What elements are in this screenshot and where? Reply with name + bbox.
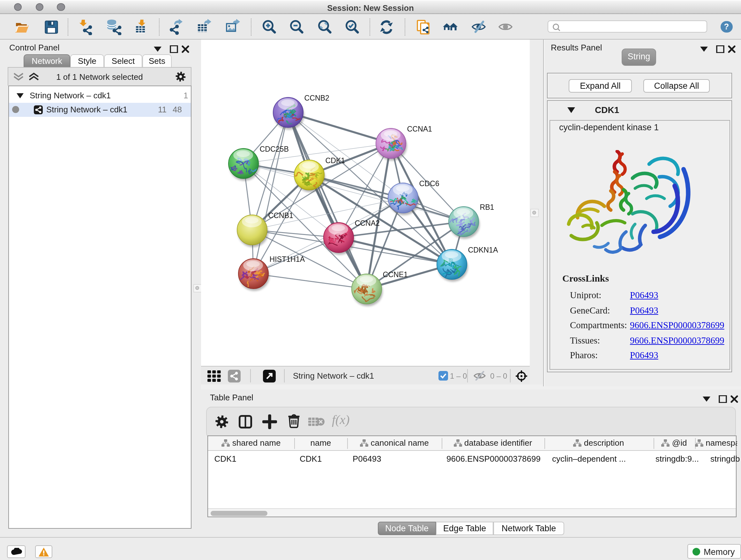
svg-text:CCNB1: CCNB1 — [268, 211, 293, 220]
svg-text:CDC6: CDC6 — [419, 179, 439, 188]
svg-text:CCNB2: CCNB2 — [304, 94, 329, 102]
svg-text:HIST1H1A: HIST1H1A — [269, 255, 305, 263]
svg-text:CDKN1A: CDKN1A — [468, 246, 498, 254]
svg-text:CDC25B: CDC25B — [259, 145, 289, 153]
svg-text:CDK1: CDK1 — [325, 157, 345, 165]
svg-text:CCNE1: CCNE1 — [383, 270, 408, 279]
svg-text:CCNA2: CCNA2 — [354, 219, 380, 227]
svg-text:CCNA1: CCNA1 — [407, 125, 432, 133]
svg-text:RB1: RB1 — [480, 203, 494, 211]
